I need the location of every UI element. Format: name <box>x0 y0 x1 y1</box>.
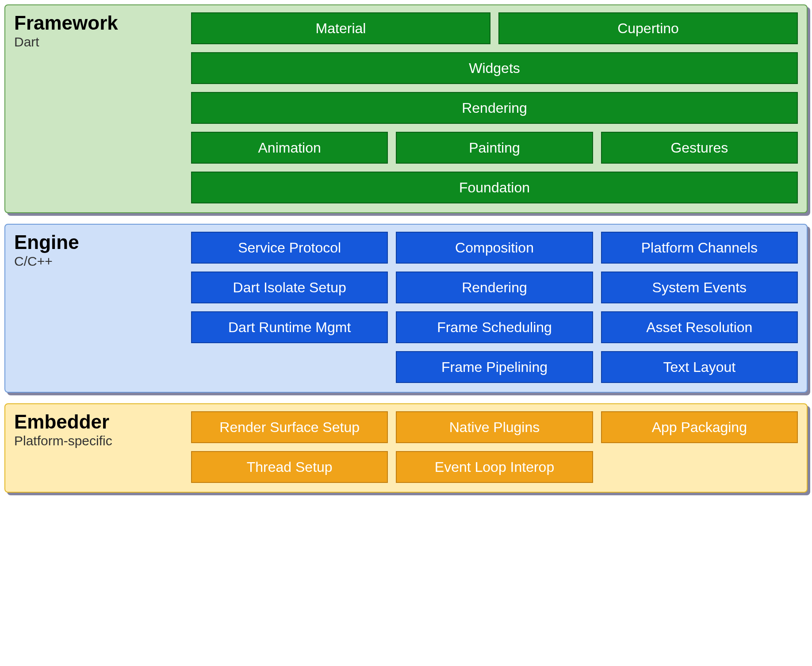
block-frame-pipelining: Frame Pipelining <box>396 351 593 383</box>
block-material: Material <box>191 12 490 44</box>
embedder-content: Render Surface Setup Native Plugins App … <box>191 411 798 483</box>
block-native-plugins: Native Plugins <box>396 411 593 443</box>
block-foundation: Foundation <box>191 172 798 203</box>
block-render-surface-setup: Render Surface Setup <box>191 411 388 443</box>
engine-layer: Engine C/C++ Service Protocol Compositio… <box>4 224 808 393</box>
block-dart-runtime-mgmt: Dart Runtime Mgmt <box>191 311 388 343</box>
block-frame-scheduling: Frame Scheduling <box>396 311 593 343</box>
framework-subtitle: Dart <box>14 34 182 50</box>
block-app-packaging: App Packaging <box>601 411 798 443</box>
block-event-loop-interop: Event Loop Interop <box>396 451 593 483</box>
block-service-protocol: Service Protocol <box>191 232 388 264</box>
block-platform-channels: Platform Channels <box>601 232 798 264</box>
block-thread-setup: Thread Setup <box>191 451 388 483</box>
framework-content: Material Cupertino Widgets Rendering Ani… <box>191 12 798 203</box>
block-dart-isolate-setup: Dart Isolate Setup <box>191 272 388 303</box>
engine-header: Engine C/C++ <box>14 232 182 383</box>
engine-content: Service Protocol Composition Platform Ch… <box>191 232 798 383</box>
block-asset-resolution: Asset Resolution <box>601 311 798 343</box>
block-text-layout: Text Layout <box>601 351 798 383</box>
engine-title: Engine <box>14 232 182 253</box>
block-composition: Composition <box>396 232 593 264</box>
framework-header: Framework Dart <box>14 12 182 203</box>
block-rendering-eng: Rendering <box>396 272 593 303</box>
engine-subtitle: C/C++ <box>14 254 182 269</box>
embedder-subtitle: Platform-specific <box>14 433 182 448</box>
block-rendering-fw: Rendering <box>191 92 798 124</box>
block-gestures: Gestures <box>601 132 798 164</box>
block-system-events: System Events <box>601 272 798 303</box>
embedder-layer: Embedder Platform-specific Render Surfac… <box>4 403 808 493</box>
block-cupertino: Cupertino <box>498 12 798 44</box>
embedder-title: Embedder <box>14 411 182 433</box>
embedder-header: Embedder Platform-specific <box>14 411 182 483</box>
block-painting: Painting <box>396 132 593 164</box>
framework-layer: Framework Dart Material Cupertino Widget… <box>4 4 808 213</box>
framework-title: Framework <box>14 12 182 34</box>
block-widgets: Widgets <box>191 52 798 84</box>
block-animation: Animation <box>191 132 388 164</box>
